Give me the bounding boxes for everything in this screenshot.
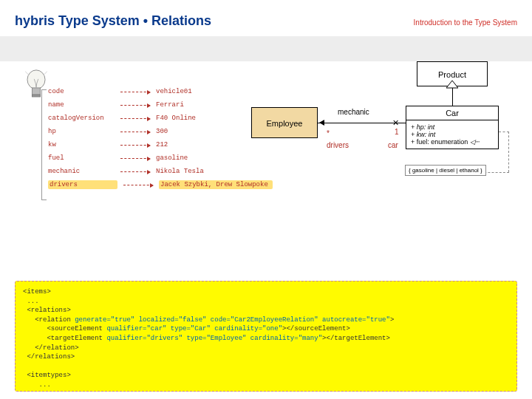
car-class: Car + hp: int + kw: int + fuel: enumerat… — [406, 106, 499, 149]
association-name: mechanic — [338, 108, 369, 116]
role-target: car — [388, 141, 398, 149]
association-arrow-icon — [316, 120, 324, 126]
svg-rect-1 — [32, 88, 40, 95]
svg-marker-5 — [446, 81, 458, 88]
car-attr: + kw: int — [411, 131, 494, 138]
svg-line-4 — [44, 72, 47, 75]
header-band — [0, 36, 532, 61]
attr-bracket — [41, 89, 43, 200]
multiplicity-target: 1 — [395, 128, 399, 136]
svg-line-3 — [25, 72, 29, 75]
xml-code-block: <items> ... <relations> <relation genera… — [15, 281, 517, 392]
role-source: drivers — [327, 141, 349, 149]
lightbulb-icon — [22, 69, 50, 106]
car-class-title: Car — [406, 106, 498, 120]
car-attr: + hp: int — [411, 123, 494, 131]
svg-rect-2 — [32, 95, 40, 97]
page-subtitle: Introduction to the Type System — [414, 18, 517, 27]
generalization-arrow-icon — [446, 81, 458, 89]
car-attr: + fuel: enumeration ◁┄ — [411, 138, 494, 146]
enum-values: { gasoline | diesel | ethanol } — [405, 165, 486, 176]
multiplicity-source: * — [327, 129, 330, 137]
uml-diagram: Product Car + hp: int + kw: int + fuel: … — [236, 61, 517, 202]
page-title: hybris Type System • Relations — [15, 13, 211, 29]
employee-class: Employee — [251, 107, 318, 138]
non-navigable-icon: ✕ — [392, 118, 399, 128]
